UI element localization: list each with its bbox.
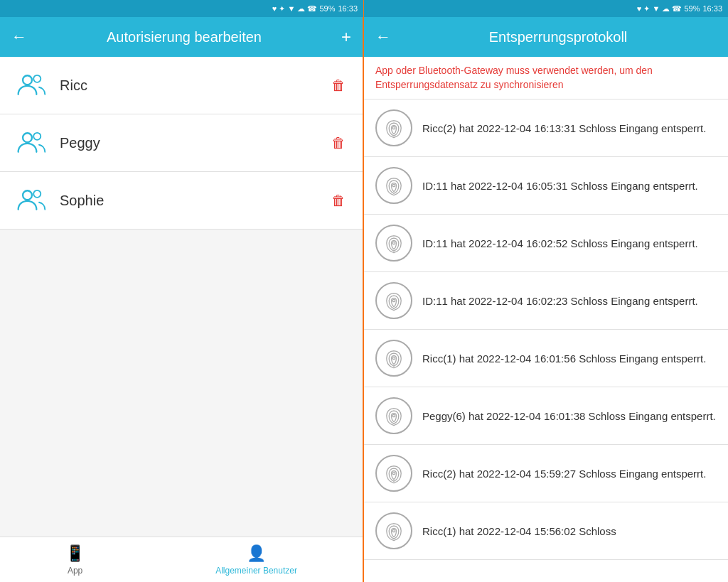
log-text: Ricc(1) hat 2022-12-04 16:01:56 Schloss … bbox=[422, 351, 706, 366]
status-time-left: 16:33 bbox=[338, 4, 358, 13]
svg-point-1 bbox=[33, 75, 41, 82]
user-list: Ricc 🗑 Peggy 🗑 bbox=[0, 57, 363, 537]
svg-point-3 bbox=[33, 133, 41, 140]
user-name-sophie: Sophie bbox=[60, 193, 317, 209]
status-bar-right: ♥ ✦ ▼ ☁ ☎ 59% 16:33 bbox=[364, 0, 728, 17]
status-time-right: 16:33 bbox=[702, 4, 722, 13]
list-item[interactable]: Sophie 🗑 bbox=[0, 172, 363, 230]
log-item: Peggy(6) hat 2022-12-04 16:01:38 Schloss… bbox=[364, 387, 728, 445]
log-text: ID:11 hat 2022-12-04 16:05:31 Schloss Ei… bbox=[422, 178, 698, 193]
svg-point-11 bbox=[392, 414, 395, 416]
log-item: ID:11 hat 2022-12-04 16:05:31 Schloss Ei… bbox=[364, 157, 728, 215]
app-icon: 📱 bbox=[65, 544, 85, 563]
svg-point-13 bbox=[392, 529, 395, 532]
user-nav-icon: 👤 bbox=[247, 544, 266, 563]
svg-point-12 bbox=[392, 472, 395, 474]
main-content: ← Autorisierung bearbeiten + Ricc 🗑 bbox=[0, 17, 728, 582]
svg-point-7 bbox=[392, 184, 395, 186]
status-icons-right: ♥ ✦ ▼ ☁ ☎ 59% bbox=[637, 4, 700, 14]
svg-point-9 bbox=[392, 299, 395, 301]
log-item: ID:11 hat 2022-12-04 16:02:23 Schloss Ei… bbox=[364, 272, 728, 330]
fingerprint-icon bbox=[375, 109, 412, 146]
log-text: Ricc(1) hat 2022-12-04 15:56:02 Schloss bbox=[422, 524, 616, 539]
svg-point-8 bbox=[392, 242, 395, 244]
delete-ricc-button[interactable]: 🗑 bbox=[328, 75, 348, 97]
svg-point-10 bbox=[392, 357, 395, 359]
add-user-button[interactable]: + bbox=[341, 27, 351, 47]
log-text: ID:11 hat 2022-12-04 16:02:23 Schloss Ei… bbox=[422, 293, 698, 308]
svg-point-6 bbox=[392, 126, 395, 129]
user-name-peggy: Peggy bbox=[60, 135, 317, 151]
log-text: Peggy(6) hat 2022-12-04 16:01:38 Schloss… bbox=[422, 409, 716, 424]
nav-label-app: App bbox=[68, 566, 82, 576]
status-bar-left: ♥ ✦ ▼ ☁ ☎ 59% 16:33 bbox=[0, 0, 364, 17]
log-item: Ricc(2) hat 2022-12-04 15:59:27 Schloss … bbox=[364, 445, 728, 502]
fingerprint-icon bbox=[375, 225, 412, 262]
fingerprint-icon bbox=[375, 512, 412, 549]
fingerprint-icon bbox=[375, 167, 412, 204]
nav-item-app[interactable]: 📱 App bbox=[65, 544, 85, 576]
log-item: Ricc(2) hat 2022-12-04 16:13:31 Schloss … bbox=[364, 99, 728, 157]
left-back-button[interactable]: ← bbox=[11, 28, 27, 46]
left-panel: ← Autorisierung bearbeiten + Ricc 🗑 bbox=[0, 17, 364, 582]
fingerprint-icon bbox=[375, 340, 412, 377]
log-text: Ricc(2) hat 2022-12-04 15:59:27 Schloss … bbox=[422, 466, 706, 481]
delete-peggy-button[interactable]: 🗑 bbox=[328, 132, 348, 154]
fingerprint-icon bbox=[375, 455, 412, 492]
log-item: ID:11 hat 2022-12-04 16:02:52 Schloss Ei… bbox=[364, 215, 728, 272]
left-panel-header: ← Autorisierung bearbeiten + bbox=[0, 17, 363, 57]
left-panel-title: Autorisierung bearbeiten bbox=[36, 29, 333, 45]
log-item: Ricc(1) hat 2022-12-04 15:56:02 Schloss bbox=[364, 502, 728, 560]
log-list: Ricc(2) hat 2022-12-04 16:13:31 Schloss … bbox=[364, 99, 728, 582]
warning-text: App oder Bluetooth-Gateway muss verwende… bbox=[375, 65, 653, 90]
svg-point-0 bbox=[23, 75, 32, 85]
fingerprint-icon bbox=[375, 282, 412, 319]
status-icons-left: ♥ ✦ ▼ ☁ ☎ 59% bbox=[272, 4, 336, 14]
fingerprint-icon bbox=[375, 397, 412, 434]
svg-point-2 bbox=[23, 133, 32, 142]
svg-point-5 bbox=[33, 190, 41, 198]
user-icon-ricc bbox=[14, 68, 48, 102]
svg-point-4 bbox=[23, 190, 32, 200]
log-text: Ricc(2) hat 2022-12-04 16:13:31 Schloss … bbox=[422, 121, 706, 136]
delete-sophie-button[interactable]: 🗑 bbox=[328, 190, 348, 212]
list-item[interactable]: Peggy 🗑 bbox=[0, 114, 363, 172]
right-panel-header: ← Entsperrungsprotokoll bbox=[364, 17, 728, 57]
right-panel-title: Entsperrungsprotokoll bbox=[400, 29, 717, 45]
right-back-button[interactable]: ← bbox=[375, 28, 391, 46]
warning-banner: App oder Bluetooth-Gateway muss verwende… bbox=[364, 57, 728, 99]
list-item[interactable]: Ricc 🗑 bbox=[0, 57, 363, 114]
right-panel: ← Entsperrungsprotokoll App oder Bluetoo… bbox=[364, 17, 728, 582]
nav-label-user: Allgemeiner Benutzer bbox=[215, 566, 297, 576]
status-bar: ♥ ✦ ▼ ☁ ☎ 59% 16:33 ♥ ✦ ▼ ☁ ☎ 59% 16:33 bbox=[0, 0, 728, 17]
log-item: Ricc(1) hat 2022-12-04 16:01:56 Schloss … bbox=[364, 330, 728, 387]
user-icon-sophie bbox=[14, 183, 48, 217]
user-name-ricc: Ricc bbox=[60, 77, 317, 94]
bottom-nav: 📱 App 👤 Allgemeiner Benutzer bbox=[0, 537, 363, 582]
user-icon-peggy bbox=[14, 126, 48, 160]
nav-item-user[interactable]: 👤 Allgemeiner Benutzer bbox=[215, 544, 297, 576]
log-text: ID:11 hat 2022-12-04 16:02:52 Schloss Ei… bbox=[422, 236, 698, 251]
